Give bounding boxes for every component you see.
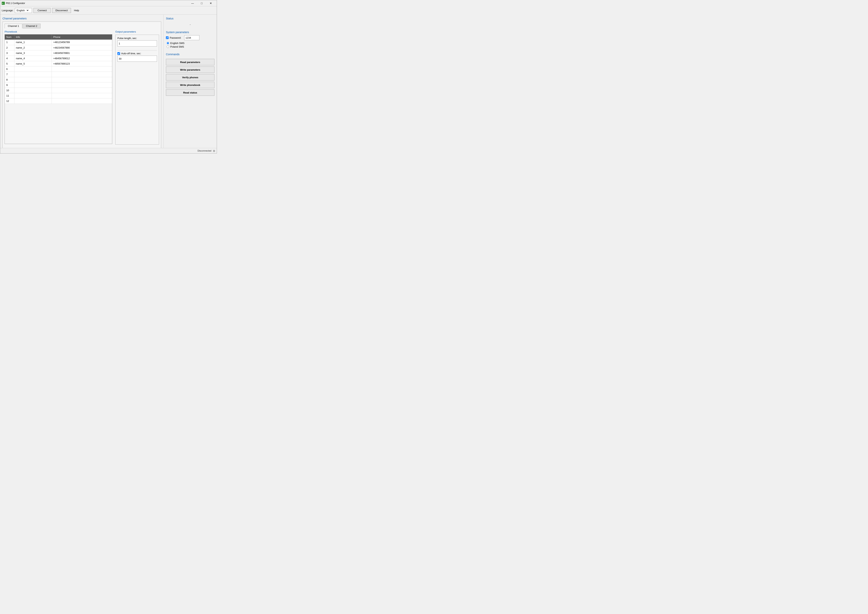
poland-sms-label: Poland SMS	[170, 45, 184, 48]
cell-num-3: 4	[5, 56, 14, 61]
auto-off-label: Auto-off time, sec:	[121, 52, 141, 55]
poland-sms-radio[interactable]	[167, 45, 169, 48]
phonebook-table: Num Info Phone 1name_1+481234567892name_…	[5, 34, 112, 104]
status-title: Status	[166, 17, 214, 20]
cell-info-4: name_5	[14, 61, 51, 66]
read-parameters-button[interactable]: Read parameters	[166, 59, 214, 65]
verify-phones-button[interactable]: Verify phones	[166, 74, 214, 81]
language-dropdown[interactable]: English Polish	[16, 9, 29, 12]
phonebook-table-wrapper[interactable]: Num Info Phone 1name_1+481234567892name_…	[5, 34, 112, 144]
output-params-box: Pulse length, sec: Auto-off time, sec:	[115, 35, 159, 145]
cell-info-9	[14, 88, 51, 93]
password-input[interactable]	[184, 35, 199, 40]
col-phone: Phone	[51, 34, 112, 40]
tab-channel2[interactable]: Channel 2	[23, 23, 40, 28]
commands-title: Commands	[166, 53, 214, 56]
table-row[interactable]: 11	[5, 93, 112, 98]
password-checkbox[interactable]	[166, 36, 169, 39]
cell-phone-3: +48456789012	[51, 56, 112, 61]
channel-params-box: Channel 1 Channel 2 Phonebook Num	[3, 22, 161, 148]
cell-phone-6	[51, 72, 112, 77]
poland-sms-row: Poland SMS	[166, 45, 214, 48]
password-label: Password:	[170, 36, 183, 39]
cell-num-7: 8	[5, 77, 14, 82]
system-params-section: System parameters Password: English SMS …	[166, 31, 214, 49]
auto-off-input[interactable]	[118, 56, 157, 62]
cell-num-1: 2	[5, 45, 14, 50]
table-row[interactable]: 7	[5, 72, 112, 77]
channel-tabs: Channel 1 Channel 2	[5, 23, 159, 28]
close-button[interactable]: ✕	[206, 0, 215, 6]
table-row[interactable]: 9	[5, 82, 112, 88]
app-icon: P	[2, 2, 5, 5]
main-window: P P02.1 Configurator — □ ✕ Language: Eng…	[0, 0, 217, 154]
phonebook-title: Phonebook	[5, 30, 112, 33]
cell-num-5: 6	[5, 66, 14, 72]
pulse-length-label: Pulse length, sec:	[118, 37, 157, 40]
connection-status: Disconnected	[197, 149, 211, 152]
output-params-title: Output parameters	[115, 30, 159, 33]
cell-info-5	[14, 66, 51, 72]
right-panel: Status - System parameters Password: Eng…	[163, 15, 217, 148]
cell-info-11	[14, 98, 51, 104]
cell-phone-5	[51, 66, 112, 72]
auto-off-row: Auto-off time, sec:	[118, 52, 157, 55]
disconnect-button[interactable]: Disconnect	[52, 8, 71, 13]
cell-phone-9	[51, 88, 112, 93]
channel-params-title: Channel parameters	[3, 17, 161, 20]
read-status-button[interactable]: Read status	[166, 89, 214, 96]
minimize-button[interactable]: —	[188, 0, 197, 6]
language-selector[interactable]: English Polish	[15, 8, 32, 13]
cell-num-11: 12	[5, 98, 14, 104]
cell-phone-4: +48567890123	[51, 61, 112, 66]
password-row: Password:	[166, 35, 214, 40]
write-parameters-button[interactable]: Write parameters	[166, 67, 214, 73]
table-row[interactable]: 12	[5, 98, 112, 104]
cell-num-8: 9	[5, 82, 14, 88]
help-button[interactable]: Help	[73, 9, 81, 12]
window-controls: — □ ✕	[188, 0, 215, 6]
table-row[interactable]: 4name_4+48456789012	[5, 56, 112, 61]
write-phonebook-button[interactable]: Write phonebook	[166, 82, 214, 88]
table-row[interactable]: 1name_1+48123456789	[5, 40, 112, 45]
table-row[interactable]: 10	[5, 88, 112, 93]
status-section: Status -	[166, 17, 214, 28]
commands-section: Read parameters Write parameters Verify …	[166, 59, 214, 96]
table-row[interactable]: 5name_5+48567890123	[5, 61, 112, 66]
left-panel: Channel parameters Channel 1 Channel 2 P…	[0, 15, 163, 148]
cell-info-10	[14, 93, 51, 98]
cell-phone-0: +48123456789	[51, 40, 112, 45]
table-row[interactable]: 2name_2+48234567890	[5, 45, 112, 50]
status-bar-icon: ⊞	[213, 149, 215, 152]
cell-num-4: 5	[5, 61, 14, 66]
english-sms-row: English SMS	[166, 42, 214, 45]
language-label: Language:	[2, 9, 13, 12]
cell-num-9: 10	[5, 88, 14, 93]
main-content: Channel parameters Channel 1 Channel 2 P…	[0, 15, 217, 148]
cell-phone-8	[51, 82, 112, 88]
col-num: Num	[5, 34, 14, 40]
phonebook-section: Phonebook Num Info Phone	[5, 30, 112, 145]
connect-button[interactable]: Connect	[34, 8, 51, 13]
auto-off-checkbox[interactable]	[118, 52, 120, 55]
cell-num-2: 3	[5, 50, 14, 56]
cell-phone-7	[51, 77, 112, 82]
svg-text:P: P	[2, 3, 3, 5]
cell-num-6: 7	[5, 72, 14, 77]
cell-phone-2: +48345678901	[51, 50, 112, 56]
output-section: Output parameters Pulse length, sec: Aut…	[115, 30, 159, 145]
tab-channel1[interactable]: Channel 1	[5, 23, 22, 28]
pulse-length-input[interactable]	[118, 40, 157, 47]
table-row[interactable]: 8	[5, 77, 112, 82]
cell-info-0: name_1	[14, 40, 51, 45]
table-row[interactable]: 6	[5, 66, 112, 72]
cell-info-7	[14, 77, 51, 82]
cell-num-10: 11	[5, 93, 14, 98]
cell-info-2: name_3	[14, 50, 51, 56]
tab-content: Phonebook Num Info Phone	[5, 30, 159, 145]
restore-button[interactable]: □	[197, 0, 206, 6]
table-row[interactable]: 3name_3+48345678901	[5, 50, 112, 56]
cell-phone-11	[51, 98, 112, 104]
cell-phone-1: +48234567890	[51, 45, 112, 50]
english-sms-radio[interactable]	[167, 42, 169, 44]
